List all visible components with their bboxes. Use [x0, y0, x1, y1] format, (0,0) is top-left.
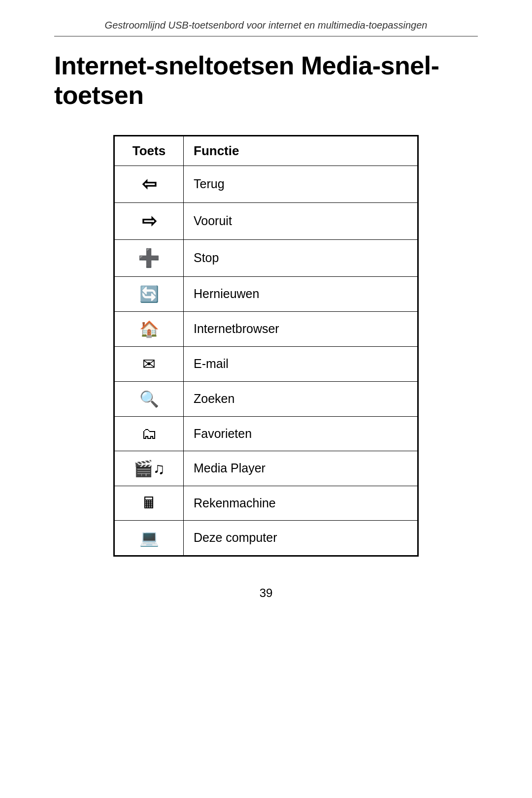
divider — [54, 36, 478, 36]
col-functie-header: Functie — [184, 136, 418, 166]
table-row: 🖩Rekenmachine — [115, 486, 418, 520]
table-header-row: Toets Functie — [115, 136, 418, 166]
home-icon: 🏠 — [115, 311, 184, 346]
function-label: Terug — [184, 166, 418, 202]
function-label: E-mail — [184, 346, 418, 381]
table-row: 🔄Hernieuwen — [115, 276, 418, 311]
search-icon: 🔍 — [115, 381, 184, 416]
stop-icon: ➕ — [115, 239, 184, 276]
page-title: Internet-sneltoetsen Media-snel-toetsen — [54, 51, 478, 110]
refresh-icon: 🔄 — [115, 276, 184, 311]
table-row: 🎬♫Media Player — [115, 451, 418, 486]
function-label: Internetbrowser — [184, 311, 418, 346]
function-label: Rekenmachine — [184, 486, 418, 520]
table-row: 🔍Zoeken — [115, 381, 418, 416]
function-label: Stop — [184, 239, 418, 276]
table-row: 💻Deze computer — [115, 520, 418, 555]
table-row: ➕Stop — [115, 239, 418, 276]
table-row: ✉︎E-mail — [115, 346, 418, 381]
computer-icon: 💻 — [115, 520, 184, 555]
function-label: Deze computer — [184, 520, 418, 555]
function-label: Favorieten — [184, 416, 418, 451]
table-row: ⇨Vooruit — [115, 202, 418, 239]
page-number: 39 — [0, 586, 532, 600]
function-label: Hernieuwen — [184, 276, 418, 311]
function-label: Zoeken — [184, 381, 418, 416]
media-player-icon: 🎬♫ — [115, 451, 184, 486]
subtitle: Gestroomlijnd USB-toetsenbord voor inter… — [54, 20, 478, 31]
table-row: 🏠Internetbrowser — [115, 311, 418, 346]
function-label: Vooruit — [184, 202, 418, 239]
back-arrow-icon: ⇦ — [115, 166, 184, 202]
function-label: Media Player — [184, 451, 418, 486]
calculator-icon: 🖩 — [115, 486, 184, 520]
table-row: ⇦Terug — [115, 166, 418, 202]
email-icon: ✉︎ — [115, 346, 184, 381]
favorites-icon: 🗂 — [115, 416, 184, 451]
forward-arrow-icon: ⇨ — [115, 202, 184, 239]
shortcut-table: Toets Functie ⇦Terug⇨Vooruit➕Stop🔄Hernie… — [113, 135, 419, 557]
table-row: 🗂Favorieten — [115, 416, 418, 451]
col-toets-header: Toets — [115, 136, 184, 166]
